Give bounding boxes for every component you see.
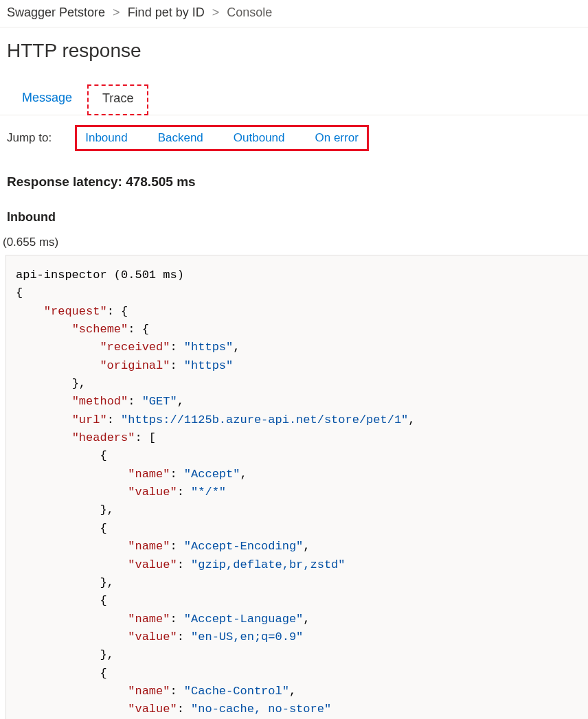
latency-label: Response latency: — [7, 174, 126, 189]
chevron-right-icon: > — [113, 5, 120, 19]
jump-link-backend[interactable]: Backend — [157, 128, 205, 148]
section-inbound-heading: Inbound — [0, 194, 588, 227]
breadcrumb-item-current: Console — [227, 5, 272, 19]
page-title: HTTP response — [0, 27, 588, 66]
breadcrumb-item[interactable]: Find pet by ID — [128, 5, 205, 19]
breadcrumb: Swagger Petstore > Find pet by ID > Cons… — [0, 0, 588, 27]
trace-json-block: api-inspector (0.501 ms) { "request": { … — [5, 255, 588, 719]
tabs: Message Trace — [0, 66, 588, 115]
tab-trace[interactable]: Trace — [87, 84, 148, 115]
breadcrumb-item[interactable]: Swagger Petstore — [7, 5, 105, 19]
jump-link-on-error[interactable]: On error — [314, 128, 360, 148]
jump-to-row: Jump to: Inbound Backend Outbound On err… — [0, 115, 588, 158]
tab-message[interactable]: Message — [7, 84, 87, 115]
chevron-right-icon: > — [212, 5, 220, 19]
section-inbound-duration: (0.655 ms) — [0, 227, 588, 255]
jump-link-inbound[interactable]: Inbound — [84, 128, 128, 148]
jump-to-label: Jump to: — [7, 131, 52, 145]
latency-value: 478.505 ms — [126, 174, 195, 189]
response-latency: Response latency: 478.505 ms — [0, 158, 588, 194]
jump-to-links: Inbound Backend Outbound On error — [75, 125, 369, 151]
jump-link-outbound[interactable]: Outbound — [232, 128, 286, 148]
